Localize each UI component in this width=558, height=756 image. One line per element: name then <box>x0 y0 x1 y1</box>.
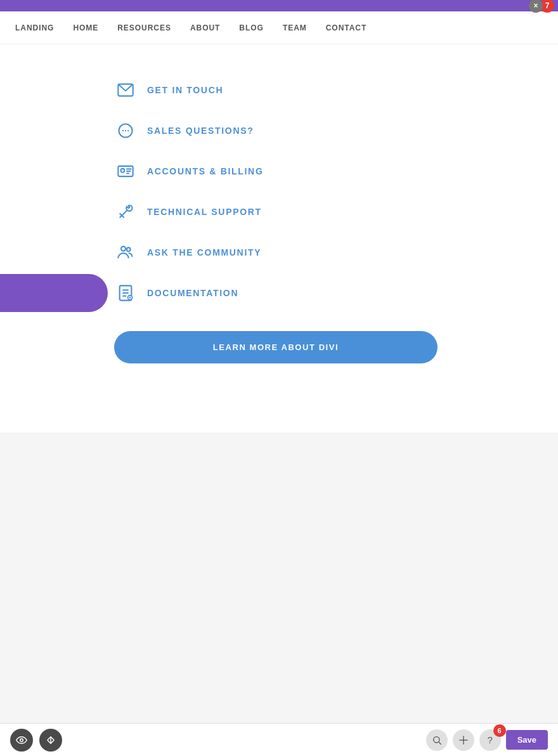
nav-item-resources[interactable]: RESOURCES <box>117 23 171 32</box>
toolbar-badge: 6 <box>493 724 506 737</box>
svg-line-24 <box>439 742 441 745</box>
document-icon <box>114 282 137 304</box>
toolbar-right-group: ? 6 Save <box>426 729 548 751</box>
arrows-svg <box>45 734 56 746</box>
nav-item-team[interactable]: TEAM <box>283 23 307 32</box>
document-svg <box>117 284 134 302</box>
nav-item-landing[interactable]: LANDING <box>15 23 54 32</box>
menu-label-ask-community: ASK THE COMMUNITY <box>147 247 261 257</box>
arrows-icon <box>458 735 469 745</box>
svg-point-13 <box>127 247 131 251</box>
gray-section <box>0 433 558 756</box>
close-button[interactable]: × <box>529 0 543 13</box>
bottom-toolbar: ? 6 Save <box>0 723 558 756</box>
nav-item-about[interactable]: ABOUT <box>190 23 220 32</box>
support-menu-list: GET IN TOUCH SALES QUESTIONS? <box>114 70 558 313</box>
menu-label-sales-questions: SALES QUESTIONS? <box>147 126 254 136</box>
people-svg <box>117 244 134 261</box>
settings-toolbar-button[interactable] <box>453 729 474 751</box>
top-bar-actions: × 7 <box>529 0 554 13</box>
people-icon <box>114 241 137 264</box>
eye-svg <box>16 734 27 746</box>
search-toolbar-button[interactable] <box>426 729 448 751</box>
menu-item-documentation[interactable]: DOCUMENTATION <box>114 273 558 313</box>
chat-svg <box>117 122 134 140</box>
menu-label-accounts-billing: ACCOUNTS & BILLING <box>147 166 263 176</box>
main-nav: LANDING HOME RESOURCES ABOUT BLOG TEAM C… <box>0 11 558 44</box>
save-button[interactable]: Save <box>506 730 548 750</box>
menu-item-technical-support[interactable]: TECHNICAL SUPPORT <box>114 192 558 232</box>
learn-more-button[interactable]: LEARN MORE ABOUT DIVI <box>114 331 438 363</box>
envelope-icon <box>114 79 137 101</box>
top-bar: × 7 <box>0 0 558 11</box>
svg-point-2 <box>122 130 124 131</box>
menu-item-get-in-touch[interactable]: GET IN TOUCH <box>114 70 558 110</box>
menu-label-documentation: DOCUMENTATION <box>147 288 238 298</box>
menu-item-accounts-billing[interactable]: ACCOUNTS & BILLING <box>114 151 558 192</box>
close-icon: × <box>533 2 538 10</box>
svg-point-21 <box>20 738 23 741</box>
id-card-svg <box>117 162 134 180</box>
nav-item-home[interactable]: HOME <box>73 23 98 32</box>
chat-icon <box>114 119 137 142</box>
nav-item-contact[interactable]: CONTACT <box>326 23 367 32</box>
toolbar-left-group <box>10 729 62 752</box>
svg-point-4 <box>127 130 129 131</box>
nav-item-blog[interactable]: BLOG <box>239 23 264 32</box>
help-badge-wrapper: ? 6 <box>479 729 501 751</box>
svg-point-6 <box>120 169 124 173</box>
menu-label-technical-support: TECHNICAL SUPPORT <box>147 207 262 217</box>
menu-item-ask-community[interactable]: ASK THE COMMUNITY <box>114 232 558 273</box>
main-content: GET IN TOUCH SALES QUESTIONS? <box>0 44 558 363</box>
menu-label-get-in-touch: GET IN TOUCH <box>147 85 223 95</box>
wrench-svg <box>117 203 134 221</box>
purple-decoration <box>0 274 108 312</box>
svg-point-23 <box>433 736 439 742</box>
envelope-svg <box>117 81 134 99</box>
svg-point-3 <box>125 130 126 131</box>
search-icon <box>432 735 442 745</box>
svg-point-12 <box>121 247 126 251</box>
id-card-icon <box>114 160 137 183</box>
menu-item-sales-questions[interactable]: SALES QUESTIONS? <box>114 110 558 151</box>
eye-button[interactable] <box>10 729 33 752</box>
arrows-button[interactable] <box>39 729 62 752</box>
wrench-icon <box>114 200 137 223</box>
